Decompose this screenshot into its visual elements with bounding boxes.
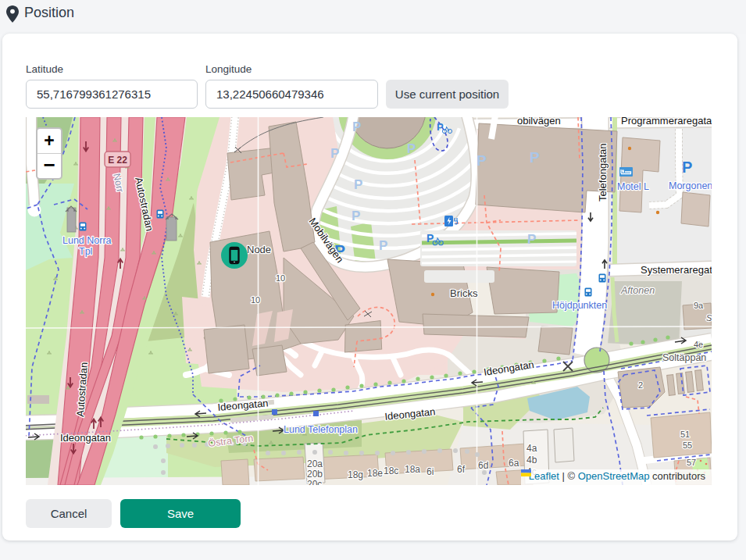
svg-text:P: P bbox=[352, 119, 361, 134]
svg-text:18g: 18g bbox=[348, 469, 363, 480]
svg-text:57: 57 bbox=[687, 458, 696, 467]
svg-text:6d: 6d bbox=[478, 460, 488, 471]
svg-text:6f: 6f bbox=[457, 464, 466, 475]
svg-text:18c: 18c bbox=[384, 465, 398, 476]
svg-text:Telefongatan: Telefongatan bbox=[597, 144, 609, 202]
svg-text:6a: 6a bbox=[509, 458, 519, 469]
svg-text:E 22: E 22 bbox=[108, 155, 127, 166]
svg-text:Programmeraregatan: Programmeraregatan bbox=[621, 117, 712, 127]
svg-text:Node: Node bbox=[247, 244, 271, 255]
svg-text:P: P bbox=[379, 238, 387, 253]
svg-text:Morgonen: Morgonen bbox=[669, 180, 712, 191]
svg-text:10: 10 bbox=[276, 273, 285, 283]
svg-text:2: 2 bbox=[638, 380, 643, 390]
svg-text:Motel L: Motel L bbox=[617, 181, 649, 192]
svg-text:4a: 4a bbox=[526, 443, 537, 454]
svg-text:18e: 18e bbox=[367, 468, 383, 479]
svg-text:6i: 6i bbox=[427, 466, 434, 477]
svg-text:20a: 20a bbox=[307, 458, 323, 469]
svg-text:P: P bbox=[354, 177, 362, 192]
svg-text:4b: 4b bbox=[526, 455, 537, 465]
svg-text:55: 55 bbox=[683, 441, 692, 450]
svg-text:S: S bbox=[706, 313, 712, 323]
svg-text:P: P bbox=[477, 152, 487, 169]
svg-text:4e: 4e bbox=[694, 340, 703, 349]
svg-text:P: P bbox=[682, 159, 692, 176]
svg-text:Soltäppan: Soltäppan bbox=[662, 352, 706, 363]
svg-text:51: 51 bbox=[680, 430, 690, 439]
svg-text:P: P bbox=[530, 149, 540, 166]
svg-text:P: P bbox=[330, 146, 339, 161]
svg-text:9a: 9a bbox=[694, 301, 704, 310]
svg-text:Aftonen: Aftonen bbox=[620, 285, 655, 296]
svg-text:Höjdpunkten: Höjdpunkten bbox=[552, 300, 607, 311]
svg-text:Bricks: Bricks bbox=[450, 287, 478, 299]
svg-text:20b: 20b bbox=[307, 469, 323, 480]
svg-text:P: P bbox=[407, 141, 416, 156]
svg-text:P: P bbox=[352, 209, 360, 223]
svg-text:18a: 18a bbox=[405, 464, 420, 475]
svg-text:10: 10 bbox=[251, 295, 260, 305]
svg-text:Tpl: Tpl bbox=[79, 246, 92, 257]
svg-text:20c: 20c bbox=[307, 479, 322, 485]
svg-text:P: P bbox=[527, 232, 536, 247]
svg-text:Lund Norra: Lund Norra bbox=[62, 235, 112, 246]
svg-text:Lund Telefonplan: Lund Telefonplan bbox=[284, 424, 358, 435]
svg-text:Ideongatan: Ideongatan bbox=[60, 432, 111, 444]
svg-text:Systemeraregata: Systemeraregata bbox=[641, 264, 712, 276]
svg-text:obilvägen: obilvägen bbox=[517, 117, 561, 127]
